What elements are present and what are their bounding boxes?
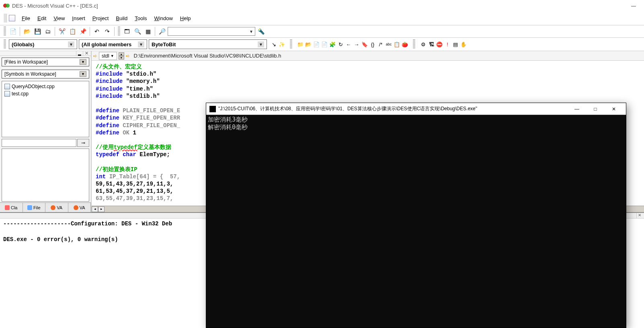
tomato-icon[interactable]: 🍅 xyxy=(401,41,408,48)
editor-file-tab[interactable]: stdl ▼ xyxy=(99,52,117,60)
compile-icon[interactable]: ⚙ xyxy=(420,41,427,48)
save-all-button[interactable]: 🗂 xyxy=(43,27,53,36)
toggle-icon[interactable]: 🧩 xyxy=(329,41,336,48)
tab-down-button[interactable]: ▼ xyxy=(119,56,124,60)
console-icon xyxy=(209,106,216,112)
sidebar-tabs: Cla File VA VA xyxy=(0,202,91,212)
find-in-files-button[interactable]: 🔍 xyxy=(133,27,142,36)
new-file-button[interactable]: 📄 xyxy=(8,27,18,36)
minimize-button[interactable]: — xyxy=(625,2,642,10)
file-icon[interactable]: 📄 xyxy=(313,41,320,48)
cut-button[interactable]: ✂️ xyxy=(57,27,67,36)
sidebar-search-input[interactable] xyxy=(2,139,76,147)
menubar-container: File Edit View Insert Project Build Tool… xyxy=(0,11,644,25)
open-button[interactable]: 📂 xyxy=(22,27,32,36)
breakpoint-icon[interactable]: ✋ xyxy=(460,41,467,48)
stop-build-icon[interactable]: ⛔ xyxy=(436,41,443,48)
file-item[interactable]: QueryADObject.cpp xyxy=(4,83,87,90)
sidebar-pin-icon[interactable]: ▂ xyxy=(76,51,83,56)
save-button[interactable]: 💾 xyxy=(33,27,42,36)
svg-point-1 xyxy=(6,4,10,8)
function-label: ByteToBit xyxy=(152,41,176,47)
brace-icon[interactable]: {} xyxy=(369,41,376,48)
app-logo-icon xyxy=(3,2,10,9)
sidebar-tab-file[interactable]: File xyxy=(23,203,46,212)
nav-arrow-icon[interactable]: ➪ xyxy=(93,53,97,59)
console-maximize-button[interactable]: □ xyxy=(587,104,604,114)
toolbar-grip[interactable] xyxy=(413,39,415,49)
arrow-left-icon[interactable]: ← xyxy=(345,41,352,48)
arrow-right-icon[interactable]: → xyxy=(353,41,360,48)
separator xyxy=(55,27,55,36)
find-button[interactable]: 🔎 xyxy=(157,27,167,36)
toolbar-grip[interactable] xyxy=(118,27,120,36)
bookmark-icon[interactable]: 🔖 xyxy=(361,41,368,48)
build-icon[interactable]: 🏗 xyxy=(428,41,435,48)
console-minimize-button[interactable]: — xyxy=(568,104,586,114)
menu-build[interactable]: Build xyxy=(113,14,131,23)
extra-icons-1: 📁 📂 📄 📄 🧩 ↻ ← → 🔖 {} /* abc 📋 🍅 xyxy=(295,41,410,48)
combo-label: [Files in Workspace] xyxy=(4,59,48,65)
chevron-down-icon: ▼ xyxy=(138,41,144,47)
workspace-button[interactable]: 🗔 xyxy=(122,27,132,36)
toolbar-grip[interactable] xyxy=(4,27,6,36)
console-output[interactable]: 加密消耗3毫秒 解密消耗0毫秒 xyxy=(206,115,626,328)
sidebar-tab-va2[interactable]: VA xyxy=(68,203,91,212)
class-icon xyxy=(5,205,10,210)
files-in-workspace-combo[interactable]: [Files in Workspace] ▼ xyxy=(2,58,89,66)
tab-up-button[interactable]: ▲ xyxy=(119,52,124,56)
doc2-icon[interactable]: 📋 xyxy=(393,41,400,48)
file-x-icon[interactable]: 📄 xyxy=(321,41,328,48)
sidebar-search-go[interactable]: ⊸ xyxy=(77,139,89,147)
menu-tools[interactable]: Tools xyxy=(131,14,150,23)
symbols-in-workspace-combo[interactable]: [Symbols in Workspace] ▼ xyxy=(2,70,89,78)
menu-file[interactable]: File xyxy=(18,14,33,23)
execute-icon[interactable]: ! xyxy=(444,41,451,48)
file-item[interactable]: test.cpp xyxy=(4,90,87,97)
cpp-file-icon xyxy=(4,84,10,89)
toolbar-grip[interactable] xyxy=(4,14,7,23)
menu-help[interactable]: Help xyxy=(177,14,194,23)
menu-edit[interactable]: Edit xyxy=(34,14,49,23)
open-folder-icon[interactable]: 📂 xyxy=(305,41,312,48)
tab-spinner: ▲ ▼ xyxy=(119,52,124,60)
scope-combo[interactable]: (Globals) ▼ xyxy=(9,39,77,49)
wand-icon[interactable]: ✨ xyxy=(278,41,285,48)
find-combo[interactable]: ▼ xyxy=(168,27,255,36)
wizard-toolbar: (Globals) ▼ (All global members ▼ ByteTo… xyxy=(0,38,644,51)
output-window-button[interactable]: ▦ xyxy=(143,27,153,36)
document-icon[interactable] xyxy=(9,15,15,21)
scroll-left-button[interactable]: ◂ xyxy=(92,206,98,212)
goto-icon[interactable]: ↘ xyxy=(270,41,277,48)
undo-button[interactable]: ↶ xyxy=(92,27,102,36)
scroll-right-button[interactable]: ▸ xyxy=(98,206,105,212)
sidebar-close-button[interactable]: ✕ xyxy=(83,51,90,56)
output-close-button[interactable]: ✕ xyxy=(636,213,642,218)
toolbar-grip[interactable] xyxy=(4,39,6,49)
toolbar-grip[interactable] xyxy=(290,39,292,49)
find-next-button[interactable]: 🔦 xyxy=(256,27,266,36)
tomato-icon xyxy=(74,205,78,210)
console-titlebar[interactable]: "J:\2015-CUIT\06、计算机技术\08、应用密码学\密码学\01、D… xyxy=(206,103,626,115)
console-close-button[interactable]: ✕ xyxy=(605,104,623,114)
sidebar-tab-class[interactable]: Cla xyxy=(0,203,23,212)
folder-icon[interactable]: 📁 xyxy=(297,41,304,48)
paste-button[interactable]: 📌 xyxy=(78,27,88,36)
rename-icon[interactable]: abc xyxy=(385,41,392,48)
copy-button[interactable]: 📋 xyxy=(68,27,77,36)
menu-window[interactable]: Window xyxy=(151,14,176,23)
redo-button[interactable]: ↷ xyxy=(103,27,112,36)
menu-project[interactable]: Project xyxy=(89,14,112,23)
menu-view[interactable]: View xyxy=(50,14,68,23)
app-titlebar: DES - Microsoft Visual C++ - [DES.c] xyxy=(0,0,644,11)
chevron-down-icon: ▼ xyxy=(258,41,264,47)
function-combo[interactable]: ByteToBit ▼ xyxy=(149,39,267,49)
refresh-icon[interactable]: ↻ xyxy=(337,41,344,48)
console-window[interactable]: "J:\2015-CUIT\06、计算机技术\08、应用密码学\密码学\01、D… xyxy=(206,103,626,328)
members-combo[interactable]: (All global members ▼ xyxy=(79,39,147,49)
sidebar-tab-va1[interactable]: VA xyxy=(45,203,68,212)
go-icon[interactable]: ▤ xyxy=(452,41,459,48)
menu-insert[interactable]: Insert xyxy=(69,14,88,23)
comment-icon[interactable]: /* xyxy=(377,41,384,48)
nav-arrow-icon[interactable]: ➪ xyxy=(126,53,130,59)
